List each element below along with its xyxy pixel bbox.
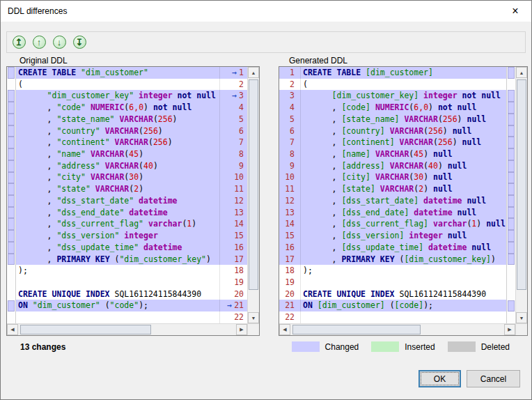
code-text	[16, 277, 219, 289]
code-text: , [dss_current_flag] varchar(1) null	[301, 218, 506, 230]
horizontal-scrollbar[interactable]: ◀ ▶	[279, 323, 527, 335]
diff-mark	[508, 207, 515, 219]
scroll-track[interactable]	[516, 78, 527, 312]
h-scroll-thumb[interactable]	[20, 325, 151, 334]
h-scroll-track[interactable]	[290, 324, 504, 335]
line-number: 10	[234, 171, 244, 183]
line-number-cell: 17	[219, 254, 247, 266]
line-number: 18	[285, 265, 295, 277]
line-number: 7	[290, 137, 295, 148]
line-number: 16	[234, 242, 244, 254]
right-code-line-11: 11 , [state] VARCHAR(2) null	[279, 183, 506, 195]
line-number: 14	[234, 218, 244, 230]
change-arrow-icon: →	[232, 67, 237, 79]
left-code-line-5: , "state_name" VARCHAR(256)5	[16, 114, 247, 125]
line-number-cell: 9	[219, 160, 247, 172]
close-button[interactable]: ×	[499, 1, 531, 22]
line-number-cell: 4	[279, 102, 301, 114]
scroll-thumb[interactable]	[517, 79, 526, 290]
line-number-cell: 4	[219, 102, 247, 114]
original-ddl-panel: CREATE TABLE "dim_customer"→1(2 "dim_cus…	[6, 66, 260, 336]
left-code-line-11: , "state" VARCHAR(2)11	[16, 183, 247, 195]
code-text: , "dss_start_date" datetime	[16, 195, 219, 207]
right-code-line-3: 3 [dim_customer_key] integer not null	[279, 90, 506, 102]
cancel-button[interactable]: Cancel	[467, 370, 520, 387]
horizontal-scrollbar[interactable]: ◀ ▶	[7, 323, 259, 335]
code-text: [dim_customer_key] integer not null	[301, 90, 506, 102]
line-number-cell: 16	[219, 242, 247, 254]
scroll-down-button[interactable]: ▼	[516, 312, 527, 323]
titlebar: DDL differences ×	[1, 1, 531, 22]
previous-change-icon: ↑	[33, 36, 46, 49]
line-number-cell: 18	[279, 265, 301, 277]
line-number: 19	[285, 277, 295, 289]
line-number: 8	[290, 148, 295, 160]
scroll-up-button[interactable]: ▲	[248, 67, 259, 78]
right-code-line-8: 8 , [name] VARCHAR(45) null	[279, 148, 506, 160]
next-change-button[interactable]: ↓	[49, 33, 69, 52]
left-arrow-icon: ◀	[283, 327, 286, 332]
line-number: 21	[234, 300, 244, 311]
code-area[interactable]: CREATE TABLE "dim_customer"→1(2 "dim_cus…	[16, 67, 247, 323]
left-code-line-14: , "dss_current_flag" varchar(1)14	[16, 218, 247, 230]
scroll-track[interactable]	[248, 78, 259, 312]
line-number-cell: 13	[279, 207, 301, 219]
h-scroll-thumb[interactable]	[292, 325, 421, 334]
left-code-line-16: , "dss_update_time" datetime16	[16, 242, 247, 254]
line-number-cell: 22	[219, 311, 247, 323]
line-number-cell: →1	[219, 67, 247, 79]
code-area[interactable]: 1CREATE TABLE [dim_customer]2(3 [dim_cus…	[279, 67, 506, 323]
diff-mark	[508, 114, 515, 125]
diff-mark	[508, 148, 515, 160]
code-text: , "dss_end_date" datetime	[16, 207, 219, 219]
diff-overview-ruler[interactable]	[506, 67, 515, 323]
line-number: 13	[234, 207, 244, 219]
previous-change-button[interactable]: ↑	[29, 33, 49, 52]
up-arrow-icon: ▲	[519, 70, 524, 75]
line-number: 14	[285, 218, 295, 230]
diff-mark	[8, 183, 15, 195]
diff-mark	[508, 102, 515, 114]
right-code-line-7: 7 , [continent] VARCHAR(256) null	[279, 137, 506, 148]
line-number-cell: 12	[219, 195, 247, 207]
first-change-button[interactable]: ↥	[9, 33, 29, 52]
legend-item-inserted: Inserted	[371, 341, 435, 352]
line-number-cell: 11	[219, 183, 247, 195]
scroll-right-button[interactable]: ▶	[504, 324, 515, 335]
code-text: , "dss_version" integer	[16, 230, 219, 242]
line-number: 15	[285, 230, 295, 242]
line-number: 10	[285, 171, 295, 183]
scroll-left-button[interactable]: ◀	[279, 324, 290, 335]
line-number: 12	[285, 195, 295, 207]
scroll-thumb[interactable]	[249, 79, 258, 290]
scroll-up-button[interactable]: ▲	[516, 67, 527, 78]
diff-mark	[8, 218, 15, 230]
diff-overview-ruler[interactable]	[7, 67, 16, 323]
diff-mark	[8, 254, 15, 266]
diff-mark	[8, 67, 15, 79]
diff-mark	[8, 125, 15, 137]
vertical-scrollbar[interactable]: ▲ ▼	[515, 67, 527, 323]
line-number: 9	[239, 160, 244, 172]
legend-label: Inserted	[405, 342, 435, 352]
scroll-down-button[interactable]: ▼	[248, 312, 259, 323]
left-code-line-13: , "dss_end_date" datetime13	[16, 207, 247, 219]
code-text: CREATE UNIQUE INDEX SQL161124115844390	[16, 289, 219, 300]
left-code-line-9: , "address" VARCHAR(40)9	[16, 160, 247, 172]
line-number-cell: 6	[219, 125, 247, 137]
ok-button[interactable]: OK	[418, 370, 461, 387]
scroll-right-button[interactable]: ▶	[236, 324, 247, 335]
line-number: 1	[290, 67, 295, 79]
vertical-scrollbar[interactable]: ▲ ▼	[247, 67, 259, 323]
diff-mark	[508, 300, 515, 312]
scroll-left-button[interactable]: ◀	[7, 324, 18, 335]
line-number-cell: 7	[219, 137, 247, 148]
last-change-button[interactable]: ↧	[70, 33, 89, 52]
legend-label: Changed	[325, 342, 359, 352]
h-scroll-track[interactable]	[18, 324, 236, 335]
line-number-cell: 21	[279, 300, 301, 311]
code-text: (	[301, 79, 506, 91]
right-code-line-5: 5 , [state_name] VARCHAR(256) null	[279, 114, 506, 125]
right-code-line-9: 9 , [address] VARCHAR(40) null	[279, 160, 506, 172]
line-number-cell: 5	[219, 114, 247, 125]
